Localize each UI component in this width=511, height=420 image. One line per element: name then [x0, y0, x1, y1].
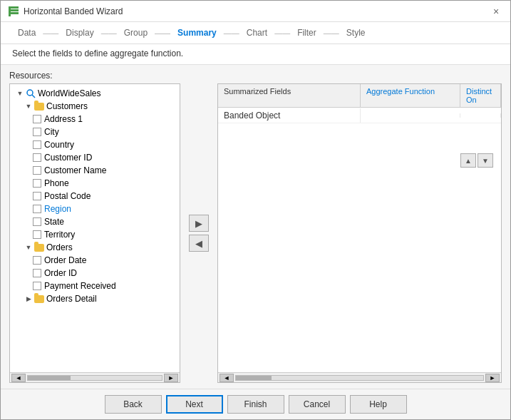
tree-phone[interactable]: Phone [10, 177, 180, 190]
checkbox-address1[interactable] [33, 115, 41, 123]
right-hscrollbar-track[interactable] [235, 375, 484, 381]
td-distinct-0 [460, 113, 501, 118]
nav-sep-5: —— [273, 29, 291, 37]
th-summarized: Summarized Fields [218, 84, 361, 107]
checkbox-phone[interactable] [33, 179, 41, 188]
tree-paymentreceived-label: Payment Received [44, 281, 116, 291]
left-panel: ▼ WorldWideSales ▼ [9, 83, 180, 383]
right-hscrollbar-thumb [236, 376, 272, 380]
tree-paymentreceived[interactable]: Payment Received [10, 280, 180, 292]
tree-territory-label: Territory [44, 230, 75, 240]
expand-arrow-root: ▼ [16, 89, 24, 98]
move-up-button[interactable]: ▲ [460, 153, 476, 168]
tree-state[interactable]: State [10, 215, 180, 228]
main-window: Horizontal Banded Wizard × Data —— Displ… [0, 0, 511, 420]
scroll-right-btn[interactable]: ► [164, 374, 178, 382]
cancel-button[interactable]: Cancel [289, 395, 346, 414]
back-button[interactable]: Back [105, 395, 162, 414]
left-hscrollbar[interactable]: ◄ ► [10, 372, 180, 382]
nav-data[interactable]: Data [12, 28, 41, 38]
nav-sep-2: —— [100, 29, 118, 37]
table-row: Banded Object [218, 108, 501, 123]
next-button[interactable]: Next [166, 395, 223, 414]
checkbox-customername[interactable] [33, 166, 41, 175]
td-summarized-0: Banded Object [218, 108, 361, 123]
tree-ordersdetail[interactable]: ▶ Orders Detail [10, 292, 180, 305]
checkbox-country[interactable] [33, 140, 41, 149]
svg-point-4 [27, 90, 33, 96]
nav-chart[interactable]: Chart [241, 28, 273, 38]
nav-display[interactable]: Display [60, 28, 99, 38]
tree-postalcode[interactable]: Postal Code [10, 190, 180, 203]
tree-customername[interactable]: Customer Name [10, 164, 180, 177]
resources-label: Resources: [9, 71, 502, 81]
expand-arrow-customers: ▼ [24, 102, 33, 111]
tree-orderdate-label: Order Date [44, 255, 86, 265]
tree-region[interactable]: Region [10, 203, 180, 215]
content-area: Resources: ▲ ▼ ▼ [1, 65, 510, 389]
title-bar: Horizontal Banded Wizard × [1, 1, 510, 22]
nav-summary[interactable]: Summary [172, 28, 222, 38]
checkbox-customerid[interactable] [33, 153, 41, 162]
tree-postalcode-label: Postal Code [44, 191, 91, 201]
checkbox-city[interactable] [33, 128, 41, 136]
nav-sep-6: —— [322, 29, 341, 37]
expand-arrow-ordersdetail: ▶ [24, 294, 33, 303]
nav-bar: Data —— Display —— Group —— Summary —— C… [1, 22, 510, 44]
checkbox-paymentreceived[interactable] [33, 282, 41, 290]
table-header: Summarized Fields Aggregate Function Dis… [218, 84, 501, 108]
tree-customername-label: Customer Name [44, 165, 106, 175]
tree-ordersdetail-label: Orders Detail [46, 294, 97, 304]
hscrollbar-thumb [28, 376, 71, 380]
right-scroll-left-btn[interactable]: ◄ [220, 374, 234, 382]
checkbox-region[interactable] [33, 205, 41, 213]
add-field-button[interactable]: ▶ [189, 215, 209, 232]
svg-rect-3 [9, 6, 11, 16]
tree-root[interactable]: ▼ WorldWideSales [10, 87, 180, 100]
tree-root-label: WorldWideSales [38, 88, 100, 98]
svg-line-5 [32, 95, 35, 98]
nav-sep-1: —— [41, 29, 60, 37]
tree-country[interactable]: Country [10, 138, 180, 151]
tree-state-label: State [44, 217, 64, 227]
footer: Back Next Finish Cancel Help [1, 389, 510, 419]
remove-field-button[interactable]: ◀ [189, 235, 209, 252]
move-down-button[interactable]: ▼ [478, 153, 493, 168]
nav-sep-4: —— [222, 29, 241, 37]
checkbox-state[interactable] [33, 217, 41, 226]
nav-group[interactable]: Group [118, 28, 153, 38]
tree-city[interactable]: City [10, 126, 180, 138]
tree-orders-label: Orders [46, 242, 73, 252]
close-button[interactable]: × [489, 4, 503, 19]
right-scroll-right-btn[interactable]: ► [485, 374, 500, 382]
th-distinct: Distinct On [460, 84, 501, 107]
checkbox-territory[interactable] [33, 230, 41, 239]
folder-icon-ordersdetail [34, 294, 44, 304]
tree-city-label: City [44, 127, 59, 137]
finish-button[interactable]: Finish [227, 395, 284, 414]
help-button[interactable]: Help [350, 395, 407, 414]
tree-orders[interactable]: ▼ Orders [10, 241, 180, 254]
tree-customers[interactable]: ▼ Customers [10, 100, 180, 113]
checkbox-postalcode[interactable] [33, 192, 41, 200]
middle-controls: ▶ ◀ [186, 83, 212, 383]
tree-customerid[interactable]: Customer ID [10, 151, 180, 164]
tree-orderid[interactable]: Order ID [10, 267, 180, 280]
hscrollbar-track[interactable] [27, 375, 162, 381]
td-aggregate-0 [361, 113, 460, 118]
tree-territory[interactable]: Territory [10, 228, 180, 241]
table-body: Banded Object [218, 108, 501, 372]
tree-address1[interactable]: Address 1 [10, 113, 180, 126]
checkbox-orderid[interactable] [33, 269, 41, 277]
right-hscrollbar[interactable]: ◄ ► [218, 372, 501, 382]
checkbox-orderdate[interactable] [33, 256, 41, 265]
tree-area[interactable]: ▼ WorldWideSales ▼ [10, 84, 180, 372]
folder-icon-customers [34, 101, 44, 111]
nav-style[interactable]: Style [341, 28, 371, 38]
nav-filter[interactable]: Filter [291, 28, 322, 38]
search-icon [26, 88, 36, 98]
tree-orderdate[interactable]: Order Date [10, 254, 180, 267]
nav-sep-3: —— [153, 29, 172, 37]
tree-address1-label: Address 1 [44, 114, 83, 124]
scroll-left-btn[interactable]: ◄ [11, 374, 26, 382]
